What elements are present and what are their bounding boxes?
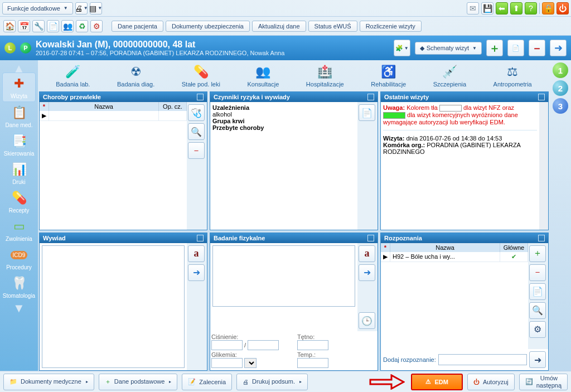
glikemia-unit-select[interactable] bbox=[244, 358, 257, 368]
nav-recepty[interactable]: 💊 Recepty bbox=[2, 187, 36, 216]
dokumenty-medyczne-button[interactable]: 📁 Dokumenty medyczne ▸ bbox=[3, 374, 94, 390]
table-row[interactable]: ▶ bbox=[40, 111, 187, 121]
extra-functions-dropdown[interactable]: Funkcje dodatkowe ▼ bbox=[2, 2, 73, 14]
search-star-icon[interactable]: 🔍 bbox=[529, 302, 546, 319]
drukuj-podsum-button[interactable]: 🖨 Drukuj podsum. ▸ bbox=[236, 374, 308, 390]
a-tool-icon[interactable]: a bbox=[188, 245, 205, 262]
maximize-icon[interactable] bbox=[367, 235, 374, 241]
dane-pacjenta-button[interactable]: Dane pacjenta bbox=[112, 21, 163, 32]
forward-blue-icon[interactable]: ➜ bbox=[188, 264, 205, 281]
maximize-icon[interactable] bbox=[367, 94, 374, 100]
th-nazwa[interactable]: Nazwa bbox=[49, 102, 159, 111]
step-3-badge[interactable]: 3 bbox=[553, 98, 568, 114]
doc-tool-icon[interactable]: 📄 bbox=[529, 283, 546, 300]
remove-red-icon[interactable]: － bbox=[529, 40, 545, 56]
dane-podstawowe-button[interactable]: ＋ Dane podstawowe ▸ bbox=[99, 374, 178, 390]
up-arrow-icon[interactable]: ⬆ bbox=[510, 2, 522, 14]
nav-zwolnienia[interactable]: ▭ Zwolnienia bbox=[2, 216, 36, 244]
cat-konsultacje[interactable]: 👥Konsultacje bbox=[247, 64, 279, 88]
clock-icon[interactable]: 🕒 bbox=[359, 312, 375, 329]
nav-procedury[interactable]: ICD9 Procedury bbox=[2, 244, 36, 273]
aktualizuj-dane-button[interactable]: Aktualizuj dane bbox=[252, 21, 306, 32]
cat-stale-leki[interactable]: 💊Stałe pod. leki bbox=[182, 64, 220, 88]
cat-hospitalizacje[interactable]: 🏥Hospitalizacje bbox=[306, 64, 344, 88]
a-tool-icon[interactable]: a bbox=[359, 245, 375, 262]
temp-input[interactable] bbox=[297, 358, 328, 368]
nav-scroll-down[interactable]: ▼ bbox=[11, 301, 27, 312]
calendar-icon[interactable]: 📅 bbox=[18, 20, 30, 32]
maximize-icon[interactable] bbox=[538, 94, 545, 100]
table-row[interactable]: ▶ H92 – Bóle ucha i wy... ✔ bbox=[381, 252, 528, 262]
schemes-dropdown[interactable]: ◆ Schematy wizyt ▼ bbox=[415, 42, 482, 55]
zalecenia-button[interactable]: 📝 Zalecenia bbox=[182, 374, 232, 390]
lock-icon[interactable]: 🔒 bbox=[542, 2, 554, 14]
badanie-textarea[interactable] bbox=[212, 245, 355, 307]
step-1-badge[interactable]: 1 bbox=[553, 62, 568, 78]
forward-blue-icon[interactable]: ➜ bbox=[359, 264, 375, 281]
home-icon[interactable]: 🏠 bbox=[3, 20, 16, 32]
nav-skierowania[interactable]: 📑 Skierowania bbox=[2, 130, 36, 159]
save-icon[interactable]: 💾 bbox=[481, 2, 493, 14]
glikemia-label: Glikemia: bbox=[211, 351, 237, 358]
panel-ostatnie: Ostatnie wizyty Uwaga: Kolorem tła dla w… bbox=[380, 91, 549, 230]
plus-icon[interactable]: ＋ bbox=[529, 245, 546, 262]
search-doc-icon[interactable]: 🔍 bbox=[188, 123, 205, 140]
refresh-icon[interactable]: ♻ bbox=[76, 20, 88, 32]
cisnienie-dia-input[interactable] bbox=[248, 340, 279, 350]
step-2-badge[interactable]: 2 bbox=[553, 80, 568, 96]
dokumenty-ubezp-button[interactable]: Dokumenty ubezpieczenia bbox=[166, 21, 250, 32]
doc-gray-icon[interactable]: 📄 bbox=[507, 40, 524, 56]
cat-antropometria[interactable]: ⚖Antropometria bbox=[493, 64, 532, 88]
forward-arrow-icon[interactable]: ➜ bbox=[550, 40, 567, 56]
maximize-icon[interactable] bbox=[538, 235, 545, 241]
mail-icon[interactable]: ✉ bbox=[467, 2, 479, 14]
tetno-input[interactable] bbox=[297, 340, 328, 350]
cat-rehabilitacje[interactable]: ♿Rehabilitacje bbox=[371, 64, 406, 88]
print-dropdown[interactable]: 🖨▼ bbox=[75, 2, 88, 14]
document-icon[interactable]: 📄 bbox=[47, 20, 59, 32]
nav-wizyta[interactable]: ✚ Wizyta bbox=[2, 72, 36, 102]
autoryzuj-button[interactable]: ⏻ Autoryzuj bbox=[467, 374, 515, 390]
nav-druki[interactable]: 📊 Druki bbox=[2, 159, 36, 187]
rozliczenie-wizyty-button[interactable]: Rozliczenie wizyty bbox=[360, 21, 422, 32]
nav-stomatologia[interactable]: 🦷 Stomatologia bbox=[2, 273, 36, 301]
minus-icon[interactable]: － bbox=[529, 264, 546, 281]
edm-button[interactable]: ⚠ EDM bbox=[411, 374, 462, 390]
umow-nastepna-button[interactable]: 🔄 Umów następną bbox=[519, 374, 568, 390]
wrench-icon[interactable]: 🔧 bbox=[32, 20, 45, 32]
dodaj-rozpoznanie-input[interactable] bbox=[438, 354, 527, 365]
scrollbar[interactable] bbox=[539, 102, 548, 230]
th-nazwa[interactable]: Nazwa bbox=[390, 243, 500, 252]
status-ewus-button[interactable]: Status eWUŚ bbox=[308, 21, 357, 32]
warning-icon: ⚠ bbox=[425, 378, 431, 385]
badge-l-icon: L bbox=[4, 42, 16, 54]
layout-dropdown[interactable]: ▤▼ bbox=[90, 2, 102, 14]
power-icon[interactable]: ⏻ bbox=[557, 2, 569, 14]
cat-label: Stałe pod. leki bbox=[182, 81, 220, 88]
th-opcz[interactable]: Op. cz. bbox=[159, 102, 187, 111]
gear-icon[interactable]: ⚙ bbox=[90, 20, 103, 32]
maximize-icon[interactable] bbox=[197, 235, 204, 241]
cat-badania-lab[interactable]: 🧪Badania lab. bbox=[56, 64, 90, 88]
glikemia-input[interactable] bbox=[211, 358, 243, 368]
wywiad-textarea[interactable] bbox=[42, 245, 185, 369]
nav-scroll-up[interactable]: ▲ bbox=[11, 61, 27, 72]
back-arrow-icon[interactable]: ⬅ bbox=[496, 2, 508, 14]
maximize-icon[interactable] bbox=[197, 94, 204, 100]
nav-dane-med[interactable]: 📋 Dane med. bbox=[2, 102, 36, 130]
stethoscope-icon[interactable]: 🩺 bbox=[188, 104, 205, 121]
cisnienie-sys-input[interactable] bbox=[211, 340, 243, 350]
cat-badania-diag[interactable]: ☢Badania diag. bbox=[117, 64, 154, 88]
cat-szczepienia[interactable]: 💉Szczepienia bbox=[433, 64, 466, 88]
minus-icon[interactable]: － bbox=[188, 142, 205, 159]
puzzle-dropdown[interactable]: 🧩▼ bbox=[394, 40, 410, 56]
chevron-down-icon: ▼ bbox=[64, 6, 68, 11]
add-green-icon[interactable]: ＋ bbox=[486, 40, 503, 56]
edit-doc-icon[interactable]: 📄 bbox=[359, 104, 375, 121]
th-glowne[interactable]: Główne bbox=[500, 243, 528, 252]
button-label: Autoryzuj bbox=[483, 379, 509, 385]
settings-tool-icon[interactable]: ⚙ bbox=[529, 321, 546, 338]
dodaj-go-icon[interactable]: ➜ bbox=[529, 351, 546, 368]
help-icon[interactable]: ? bbox=[525, 2, 537, 14]
contacts-icon[interactable]: 👥 bbox=[61, 20, 74, 32]
